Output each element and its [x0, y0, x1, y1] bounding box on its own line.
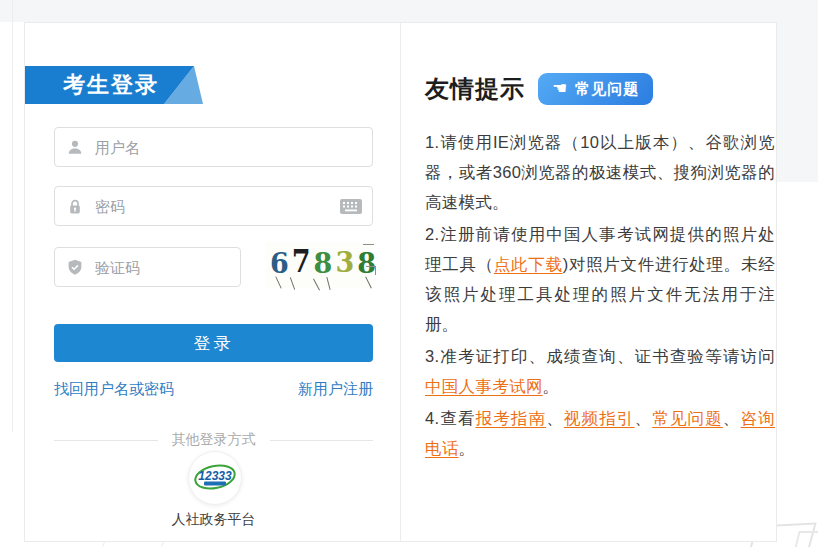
tip-4-text: 、: [723, 409, 741, 427]
other-login-divider: 其他登录方式: [54, 431, 373, 449]
tip-item-4: 4.查看报考指南、视频指引、常见问题、咨询电话。: [425, 403, 775, 463]
recover-account-link[interactable]: 找回用户名或密码: [54, 380, 174, 399]
login-button[interactable]: 登录: [54, 324, 373, 362]
password-field[interactable]: [54, 186, 373, 226]
username-input[interactable]: [93, 138, 362, 157]
captcha-noise-dash: [363, 244, 374, 245]
divider-line: [270, 440, 374, 441]
soft-keyboard-icon[interactable]: [340, 199, 362, 214]
shield-icon: [67, 259, 83, 276]
tip-4-text: 4.查看: [425, 409, 476, 427]
captcha-image[interactable]: 67838: [266, 242, 372, 288]
user-icon: [67, 139, 83, 155]
captcha-input[interactable]: [93, 258, 230, 277]
other-login-label: 其他登录方式: [158, 431, 270, 449]
divider-line: [54, 440, 158, 441]
tips-panel: 友情提示 ☚ 常见问题 1.请使用IE浏览器（10以上版本）、谷歌浏览器，或者3…: [425, 72, 775, 465]
tips-title: 友情提示: [425, 73, 525, 105]
page-edge-line: [12, 0, 13, 432]
provider-logo-text: 12333: [198, 469, 232, 483]
login-panel-title-ribbon: 考生登录: [25, 66, 203, 104]
captcha-noise-dash: [375, 266, 376, 275]
captcha-noise-line: [313, 279, 320, 291]
password-input[interactable]: [93, 197, 330, 216]
login-page: 考生登录: [0, 0, 818, 547]
main-card: 考生登录: [24, 22, 777, 542]
page-top-band: [0, 0, 818, 22]
provider-label: 人社政务平台: [54, 511, 373, 529]
login-panel-title: 考生登录: [63, 66, 159, 104]
faq-button[interactable]: ☚ 常见问题: [538, 73, 653, 105]
tip-item-1: 1.请使用IE浏览器（10以上版本）、谷歌浏览器，或者360浏览器的极速模式、搜…: [425, 127, 775, 217]
exam-guide-link[interactable]: 报考指南: [476, 409, 547, 427]
captcha-field[interactable]: [54, 247, 241, 287]
lock-icon: [67, 198, 83, 215]
tip-4-text: 、: [635, 409, 653, 427]
login-links-row: 找回用户名或密码 新用户注册: [54, 380, 373, 399]
username-field[interactable]: [54, 127, 373, 167]
tip-item-2: 2.注册前请使用中国人事考试网提供的照片处理工具（点此下载)对照片文件进行处理。…: [425, 219, 775, 339]
captcha-noise-line: [326, 277, 330, 290]
video-guide-link[interactable]: 视频指引: [564, 409, 635, 427]
tips-header: 友情提示 ☚ 常见问题: [425, 72, 775, 106]
provider-12333-logo[interactable]: 12333: [188, 451, 242, 505]
cpta-site-link[interactable]: 中国人事考试网: [425, 377, 543, 395]
tip-3-text: 3.准考证打印、成绩查询、证书查验等请访问: [425, 347, 775, 365]
tip-item-3: 3.准考证打印、成绩查询、证书查验等请访问中国人事考试网。: [425, 341, 775, 401]
tip-4-text: 、: [546, 409, 564, 427]
tip-1-text: 1.请使用IE浏览器（10以上版本）、谷歌浏览器，或者360浏览器的极速模式、搜…: [425, 133, 775, 211]
tip-3-text: 。: [543, 377, 560, 395]
faq-link[interactable]: 常见问题: [652, 409, 723, 427]
faq-button-label: 常见问题: [575, 80, 639, 99]
tip-4-text: 。: [459, 439, 476, 457]
pointing-hand-icon: ☚: [552, 80, 568, 97]
page-right-band: [777, 0, 818, 182]
photo-tool-download-link[interactable]: 点此下载: [494, 255, 563, 273]
captcha-digits: 67838: [270, 245, 379, 276]
panel-divider: [400, 23, 401, 541]
tips-body: 1.请使用IE浏览器（10以上版本）、谷歌浏览器，或者360浏览器的极速模式、搜…: [425, 127, 775, 463]
register-link[interactable]: 新用户注册: [298, 380, 373, 399]
